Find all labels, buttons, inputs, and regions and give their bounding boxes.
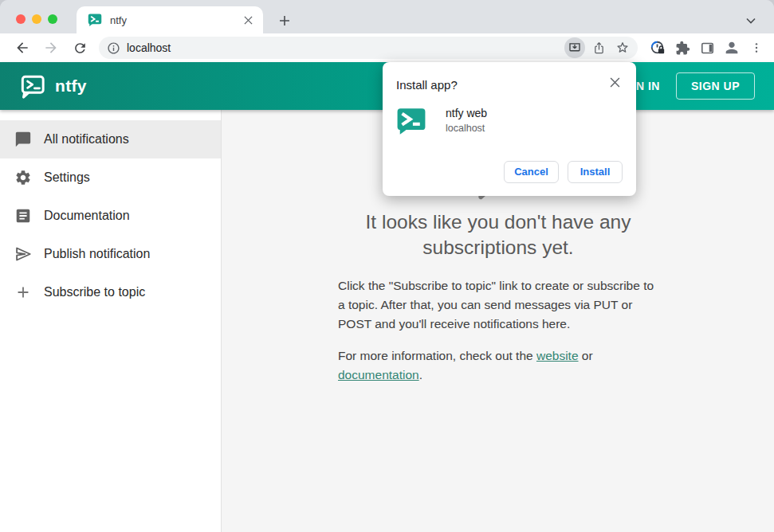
plus-icon	[14, 284, 32, 301]
article-icon	[14, 207, 32, 225]
empty-state-heading: It looks like you don't have any subscri…	[331, 209, 666, 260]
close-window-button[interactable]	[16, 14, 26, 24]
send-icon	[14, 245, 32, 263]
traffic-lights	[16, 14, 57, 24]
p2-prefix: For more information, check out the	[338, 349, 536, 362]
bookmark-star-icon[interactable]	[612, 37, 633, 58]
sidebar-item-label: Publish notification	[44, 247, 150, 261]
install-app-dialog: Install app? ntfy web localhost Cancel I…	[383, 62, 636, 196]
cancel-button[interactable]: Cancel	[504, 161, 559, 183]
sign-up-button[interactable]: SIGN UP	[676, 72, 755, 100]
forward-icon[interactable]	[40, 37, 62, 59]
ntfy-logo-icon	[19, 74, 46, 99]
tab-search-chevron-icon[interactable]	[742, 12, 760, 29]
brand-name: ntfy	[55, 76, 87, 96]
profile-avatar-icon[interactable]	[721, 37, 743, 59]
chat-bubble-icon	[14, 131, 32, 148]
minimize-window-button[interactable]	[32, 14, 41, 24]
new-tab-button[interactable]	[274, 10, 295, 31]
ntfy-app-icon	[396, 106, 426, 136]
empty-state-links-paragraph: For more information, check out the webs…	[338, 346, 658, 385]
sidebar-item-label: Documentation	[44, 209, 130, 223]
sidebar-item-settings[interactable]: Settings	[0, 158, 221, 197]
back-icon[interactable]	[11, 37, 33, 59]
empty-state-paragraph: Click the "Subscribe to topic" link to c…	[338, 276, 658, 334]
browser-toolbar: localhost	[0, 33, 774, 62]
gear-icon	[14, 169, 32, 186]
tab-close-icon[interactable]	[241, 13, 255, 27]
extensions-area	[644, 37, 768, 59]
browser-tab-ntfy[interactable]: ntfy	[77, 6, 263, 33]
sidebar-item-label: All notifications	[44, 132, 129, 147]
site-info-icon[interactable]	[107, 41, 120, 55]
sidebar: All notifications Settings Documentation…	[0, 110, 222, 532]
install-app-origin: localhost	[446, 123, 487, 134]
tab-title: ntfy	[110, 14, 241, 26]
website-link[interactable]: website	[536, 349, 579, 362]
address-bar[interactable]: localhost	[99, 37, 638, 59]
share-icon[interactable]	[588, 37, 609, 58]
p2-suffix: .	[419, 368, 422, 381]
install-app-name: ntfy web	[446, 107, 487, 119]
install-dialog-title: Install app?	[396, 74, 458, 92]
reload-icon[interactable]	[69, 37, 91, 59]
tab-strip: ntfy	[0, 0, 774, 33]
zoom-window-button[interactable]	[48, 14, 57, 24]
sidebar-item-all-notifications[interactable]: All notifications	[0, 120, 221, 158]
ntfy-favicon-icon	[88, 13, 102, 27]
dialog-close-icon[interactable]	[607, 74, 623, 90]
sidebar-item-label: Subscribe to topic	[44, 285, 145, 299]
p2-middle: or	[579, 349, 593, 362]
documentation-link[interactable]: documentation	[338, 368, 419, 381]
url-text[interactable]: localhost	[127, 41, 561, 54]
menu-kebab-icon[interactable]	[745, 37, 768, 59]
install-app-icon[interactable]	[564, 37, 585, 58]
browser-window: ntfy localhost	[0, 0, 774, 532]
password-extension-icon[interactable]	[646, 37, 669, 59]
side-panel-icon[interactable]	[696, 37, 718, 59]
sidebar-item-documentation[interactable]: Documentation	[0, 197, 221, 235]
install-button[interactable]: Install	[568, 161, 623, 183]
sidebar-item-publish-notification[interactable]: Publish notification	[0, 235, 221, 273]
sidebar-item-label: Settings	[44, 170, 90, 185]
sidebar-item-subscribe-to-topic[interactable]: Subscribe to topic	[0, 273, 221, 311]
extensions-puzzle-icon[interactable]	[671, 37, 693, 59]
